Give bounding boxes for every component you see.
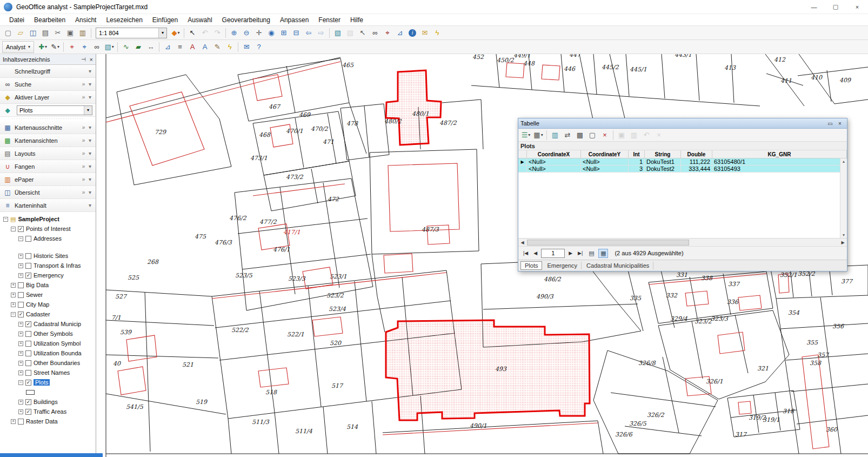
maximize-button[interactable]: ▢ [825, 0, 846, 14]
expander-icon[interactable]: + [18, 409, 23, 414]
menu-lesezeichen[interactable]: Lesezeichen [101, 15, 147, 25]
forward-extent-icon[interactable]: ⇨ [315, 27, 327, 39]
layer-utilization-symbol[interactable]: Utilization Symbol [34, 340, 81, 347]
identify-icon[interactable]: i [406, 27, 418, 39]
clear-selection-table-icon[interactable]: ▢ [586, 129, 598, 141]
layer-sampleproject[interactable]: SampleProject [18, 216, 59, 222]
menu-einfügen[interactable]: Einfügen [148, 15, 183, 25]
layer-checkbox[interactable]: ✓ [25, 273, 31, 279]
panel-übersicht[interactable]: ◫Übersicht» ▾ [0, 186, 96, 199]
expander-icon[interactable]: + [11, 302, 16, 307]
layer-checkbox[interactable] [18, 302, 24, 308]
layer-checkbox[interactable] [25, 370, 31, 376]
expander-icon[interactable]: − [11, 312, 16, 317]
layer-big-data[interactable]: Big Data [26, 282, 49, 288]
table-row[interactable]: <Null><Null>3DokuTest2333,44463105493 [518, 165, 847, 173]
column-string[interactable]: String [645, 150, 681, 158]
layer-other-boundaries[interactable]: Other Boundaries [34, 360, 80, 366]
expander-icon[interactable]: + [11, 293, 16, 297]
full-extent-icon[interactable]: ◉ [265, 27, 277, 39]
panel-epaper[interactable]: ▥ePaper» ▾ [0, 173, 96, 186]
sketch-polygon-icon[interactable]: ▰ [132, 41, 144, 53]
show-selected-records-button[interactable]: ▦ [598, 249, 608, 258]
row-marker[interactable]: ▶ [518, 158, 527, 165]
menu-bearbeiten[interactable]: Bearbeiten [29, 15, 70, 25]
analyst-menu-button[interactable]: Analyst ▾ [2, 41, 34, 53]
select-all-icon[interactable]: ▩ [574, 129, 586, 141]
expander-icon[interactable]: + [18, 370, 23, 375]
layer-checkbox[interactable] [25, 236, 31, 242]
new-document-icon[interactable]: ▢ [2, 27, 14, 39]
layer-checkbox[interactable]: ✓ [25, 321, 31, 327]
layer-checkbox[interactable] [25, 263, 31, 269]
editor-icon[interactable]: ✎▾ [49, 41, 61, 53]
style-tool-icon[interactable]: ◆▾ [170, 27, 182, 39]
layer-buildings[interactable]: Buildings [34, 399, 58, 405]
table-close-button[interactable]: × [835, 121, 845, 127]
expander-icon[interactable]: + [18, 332, 23, 336]
expander-icon[interactable]: + [18, 351, 23, 356]
table-restore-button[interactable]: ▭ [825, 121, 835, 127]
save-icon[interactable]: ◫ [27, 27, 39, 39]
tab-cadastral-municipalities[interactable]: Cadastral Municipalities [583, 262, 653, 269]
layer-checkbox[interactable] [25, 253, 31, 259]
layer-traffic-areas[interactable]: Traffic Areas [34, 408, 66, 415]
column-double[interactable]: Double [681, 150, 712, 158]
layer-sewer[interactable]: Sewer [26, 292, 43, 298]
related-tables-icon[interactable]: ▦▾ [532, 129, 544, 141]
search-tool-icon[interactable]: ∞ [91, 41, 103, 53]
dimension-icon[interactable]: ↔ [145, 41, 157, 53]
select-arrow-icon[interactable]: ↖ [186, 27, 198, 39]
scale-combobox[interactable]: 1:1 804 ▾ [96, 28, 167, 38]
next-record-button[interactable]: ▶ [567, 249, 574, 257]
chevron-down-icon[interactable]: ▾ [84, 106, 92, 115]
scale-dropdown-arrow[interactable]: ▾ [158, 28, 166, 38]
scale-bar-icon[interactable]: ≡ [174, 41, 186, 53]
panel-kartenausschnitte[interactable]: ▦Kartenausschnitte» ▾ [0, 121, 96, 134]
layer-checkbox[interactable]: ✓ [18, 312, 24, 317]
tab-plots[interactable]: Plots [520, 261, 542, 270]
layer-checkbox[interactable]: ✓ [25, 399, 31, 405]
expander-icon[interactable]: + [18, 322, 23, 327]
expander-icon[interactable]: + [18, 400, 23, 405]
panel-karteninhalt[interactable]: ≡Karteninhalt▾ [0, 199, 96, 212]
layer-points-of-interest[interactable]: Points of Interest [26, 226, 71, 232]
active-layer-combobox[interactable]: ◆Plots▾ [0, 104, 96, 117]
add-data-icon[interactable]: ✚▾ [37, 41, 49, 53]
select-elements-icon[interactable]: ↖ [357, 27, 369, 39]
expander-icon[interactable]: − [18, 380, 23, 385]
go-to-xy-icon[interactable]: ⌖ [382, 27, 393, 39]
expander-icon[interactable]: − [3, 217, 8, 222]
pan-icon[interactable]: ✛ [253, 27, 265, 39]
layer-checkbox[interactable] [25, 331, 31, 337]
horizontal-scrollbar[interactable]: ◀ ▶ [518, 238, 847, 246]
layer-checkbox[interactable]: ✓ [18, 226, 24, 232]
vertical-scrollbar[interactable]: ▲▼ [840, 158, 847, 238]
hyperlink-icon[interactable]: ϟ [431, 27, 443, 39]
panel-aktiver-layer[interactable]: ◆Aktiver Layer» ▾ [0, 91, 96, 104]
layer-checkbox[interactable] [18, 419, 24, 425]
expander-icon[interactable]: + [11, 283, 16, 288]
menu-ansicht[interactable]: Ansicht [70, 15, 101, 25]
layer-addresses[interactable]: Addresses [34, 235, 62, 242]
scroll-left-icon[interactable]: ◀ [518, 240, 526, 245]
column-coordinatex[interactable]: CoordinateX [527, 150, 581, 158]
switch-selection-icon[interactable]: ⇄ [562, 129, 573, 141]
panel-suche[interactable]: ∞Suche» ▾ [0, 78, 96, 91]
toc-close-icon[interactable]: × [90, 56, 93, 63]
menu-hilfe[interactable]: Hilfe [345, 15, 368, 25]
cut-icon[interactable]: ✂ [52, 27, 64, 39]
expander-icon[interactable]: + [18, 341, 23, 346]
menu-datei[interactable]: Datei [4, 15, 29, 25]
sketch-line-icon[interactable]: ∿ [120, 41, 132, 53]
back-extent-icon[interactable]: ⇦ [303, 27, 315, 39]
expander-icon[interactable]: + [18, 273, 23, 278]
layer-plots[interactable]: Plots [34, 379, 50, 386]
row-marker[interactable] [518, 165, 527, 173]
layer-city-map[interactable]: City Map [26, 301, 49, 308]
highlight-selected-icon[interactable]: ▥ [549, 129, 561, 141]
show-all-records-button[interactable]: ▤ [586, 249, 596, 258]
annotation-icon[interactable]: ✎ [211, 41, 223, 53]
layer-checkbox[interactable] [25, 360, 31, 366]
zoom-in-icon[interactable]: ⊕ [228, 27, 240, 39]
